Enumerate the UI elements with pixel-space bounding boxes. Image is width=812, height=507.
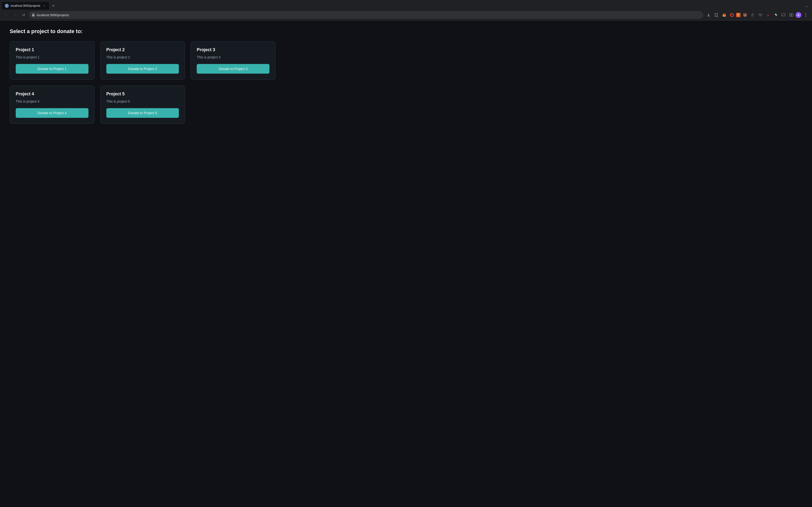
project-5-name: Project 5 (106, 92, 179, 97)
nav-actions: 🦊 ⭕ P 🐻 🗒 🖤 A (705, 12, 809, 18)
profile-button[interactable]: A (796, 12, 801, 18)
donate-project-1-button[interactable]: Donate to Project 1 (16, 64, 89, 74)
svg-rect-1 (32, 14, 35, 16)
security-lock-icon (32, 13, 35, 17)
svg-point-8 (806, 16, 806, 17)
donate-project-5-button[interactable]: Donate to Project 5 (106, 108, 179, 118)
svg-rect-2 (776, 15, 777, 16)
url-text: localhost:3000/projects (37, 13, 700, 17)
bookmark-button[interactable] (713, 12, 720, 18)
nav-bar: ← → ↺ localhost:3000/projects (0, 10, 812, 20)
tab-overflow-button[interactable]: ⌄ (803, 2, 810, 9)
extension-4-icon[interactable]: 🐻 (742, 12, 748, 18)
project-1-description: This is project 1 (16, 55, 89, 59)
svg-rect-4 (790, 13, 791, 16)
donate-project-2-button[interactable]: Donate to Project 2 (106, 64, 179, 74)
project-3-description: This is project 3 (197, 55, 269, 59)
extension-6-icon[interactable]: 🖤 (757, 12, 764, 18)
main-content: Select a project to donate to: Project 1… (0, 20, 812, 131)
address-bar[interactable]: localhost:3000/projects (29, 11, 703, 19)
project-2-name: Project 2 (106, 47, 179, 52)
project-card-5: Project 5 This is project 5 Donate to Pr… (100, 86, 185, 124)
split-view-button[interactable] (788, 12, 795, 18)
svg-rect-3 (782, 13, 785, 16)
reload-button[interactable]: ↺ (20, 12, 27, 18)
project-4-description: This is project 4 (16, 100, 89, 103)
page-title: Select a project to donate to: (10, 28, 802, 35)
tab-favicon (5, 4, 9, 8)
projects-grid-row2: Project 4 This is project 4 Donate to Pr… (10, 86, 275, 124)
project-2-description: This is project 2 (106, 55, 179, 59)
project-4-name: Project 4 (16, 92, 89, 97)
svg-point-6 (806, 13, 806, 14)
extensions-button[interactable] (772, 12, 779, 18)
project-card-3: Project 3 This is project 3 Donate to Pr… (191, 41, 275, 80)
projects-grid-row1: Project 1 This is project 1 Donate to Pr… (10, 41, 275, 80)
download-button[interactable] (705, 12, 712, 18)
project-card-4: Project 4 This is project 4 Donate to Pr… (10, 86, 95, 124)
tab-title: localhost:3000/projects (11, 4, 40, 7)
forward-button[interactable]: → (12, 12, 18, 18)
svg-rect-5 (792, 13, 793, 16)
project-5-description: This is project 5 (106, 100, 179, 103)
extension-7-icon[interactable]: A (765, 12, 771, 18)
extension-5-icon[interactable]: 🗒 (749, 12, 756, 18)
svg-point-7 (806, 15, 806, 15)
project-3-name: Project 3 (197, 47, 269, 52)
project-1-name: Project 1 (16, 47, 89, 52)
tab-close-button[interactable]: × (42, 4, 46, 8)
cast-button[interactable] (780, 12, 787, 18)
tab-bar: localhost:3000/projects × + ⌄ (0, 0, 812, 10)
extension-2-icon[interactable]: ⭕ (728, 12, 735, 18)
extension-3-icon[interactable]: P (736, 13, 741, 17)
extension-1-icon[interactable]: 🦊 (721, 12, 727, 18)
back-button[interactable]: ← (3, 12, 10, 18)
project-card-1: Project 1 This is project 1 Donate to Pr… (10, 41, 95, 80)
donate-project-3-button[interactable]: Donate to Project 3 (197, 64, 269, 74)
active-tab[interactable]: localhost:3000/projects × (2, 2, 49, 10)
new-tab-button[interactable]: + (50, 2, 57, 9)
project-card-2: Project 2 This is project 2 Donate to Pr… (100, 41, 185, 80)
browser-chrome: localhost:3000/projects × + ⌄ ← → ↺ loca… (0, 0, 812, 20)
donate-project-4-button[interactable]: Donate to Project 4 (16, 108, 89, 118)
chrome-menu-button[interactable] (802, 12, 809, 18)
